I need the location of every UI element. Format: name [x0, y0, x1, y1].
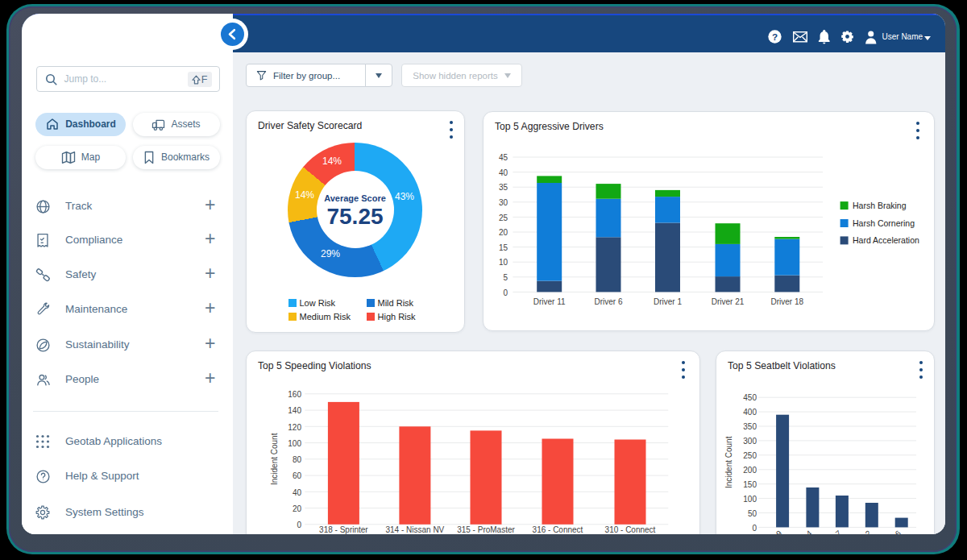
- svg-text:Driver 11: Driver 11: [533, 297, 566, 306]
- svg-text:160: 160: [288, 390, 301, 399]
- svg-text:Incident Count: Incident Count: [271, 433, 280, 485]
- svg-text:80: 80: [293, 455, 302, 464]
- svg-text:Incident Count: Incident Count: [724, 436, 733, 488]
- svg-text:450: 450: [743, 393, 757, 402]
- svg-text:314 - Nissan NV: 314 - Nissan NV: [385, 525, 444, 534]
- svg-text:100: 100: [288, 438, 301, 447]
- svg-text:Driver 9: Driver 9: [756, 528, 783, 534]
- svg-text:Hard Acceleration: Hard Acceleration: [853, 235, 919, 245]
- svg-text:40: 40: [293, 487, 302, 496]
- svg-text:40: 40: [499, 168, 508, 176]
- svg-text:350: 350: [743, 422, 757, 431]
- svg-text:20: 20: [293, 504, 302, 512]
- svg-text:Harsh Braking: Harsh Braking: [853, 200, 907, 209]
- svg-text:60: 60: [293, 471, 302, 480]
- svg-text:Harsh Cornering: Harsh Cornering: [853, 218, 915, 227]
- svg-text:5: 5: [503, 273, 508, 282]
- svg-text:315 - ProMaster: 315 - ProMaster: [457, 525, 515, 534]
- svg-text:25: 25: [499, 213, 508, 222]
- svg-text:Driver 7: Driver 7: [816, 528, 843, 534]
- svg-text:120: 120: [288, 422, 301, 431]
- svg-text:Driver 18: Driver 18: [771, 297, 804, 306]
- svg-text:0: 0: [752, 523, 757, 532]
- svg-text:?: ?: [772, 31, 778, 42]
- svg-text:0: 0: [503, 288, 508, 297]
- svg-text:310 - Connect: 310 - Connect: [605, 525, 656, 534]
- svg-text:Driver 6: Driver 6: [875, 528, 903, 534]
- svg-text:0: 0: [297, 521, 301, 529]
- svg-text:Driver 6: Driver 6: [594, 297, 622, 306]
- svg-text:316 - Connect: 316 - Connect: [533, 525, 583, 534]
- svg-text:140: 140: [288, 406, 301, 415]
- svg-text:400: 400: [743, 408, 757, 417]
- svg-text:Driver 1: Driver 1: [654, 297, 682, 306]
- svg-text:150: 150: [743, 479, 757, 488]
- svg-text:15: 15: [499, 243, 508, 251]
- svg-text:Driver 4: Driver 4: [786, 528, 814, 534]
- svg-text:35: 35: [499, 183, 508, 192]
- svg-text:300: 300: [743, 437, 757, 446]
- svg-text:50: 50: [748, 508, 757, 517]
- svg-text:250: 250: [743, 451, 757, 460]
- svg-text:Driver 21: Driver 21: [712, 297, 745, 306]
- svg-text:200: 200: [743, 466, 757, 475]
- svg-text:30: 30: [499, 198, 508, 207]
- svg-text:45: 45: [499, 153, 508, 162]
- svg-text:20: 20: [499, 228, 508, 237]
- svg-text:318 - Sprinter: 318 - Sprinter: [319, 525, 368, 534]
- svg-text:100: 100: [743, 494, 757, 503]
- svg-text:Driver 2: Driver 2: [845, 528, 873, 534]
- svg-text:10: 10: [499, 258, 508, 267]
